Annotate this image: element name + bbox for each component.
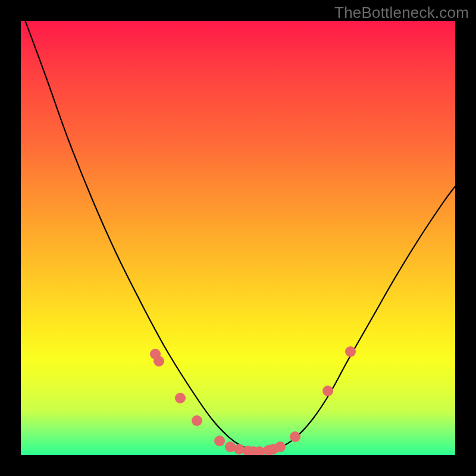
marker-dot — [290, 431, 300, 442]
marker-pill — [202, 427, 212, 437]
marker-dot — [192, 415, 202, 426]
watermark-text: TheBottleneck.com — [334, 4, 469, 22]
bottleneck-curve — [21, 21, 455, 452]
marker-dot — [154, 356, 164, 367]
marker-dot — [214, 436, 225, 446]
marker-dot — [175, 393, 186, 403]
marker-dot — [275, 441, 286, 452]
marker-pill — [168, 377, 176, 390]
chart-svg — [21, 21, 455, 455]
chart-frame: TheBottleneck.com — [0, 0, 476, 476]
chart-plot-area — [21, 21, 455, 455]
marker-dot — [322, 386, 333, 396]
marker-dot — [345, 346, 356, 357]
marker-dot — [234, 444, 245, 455]
